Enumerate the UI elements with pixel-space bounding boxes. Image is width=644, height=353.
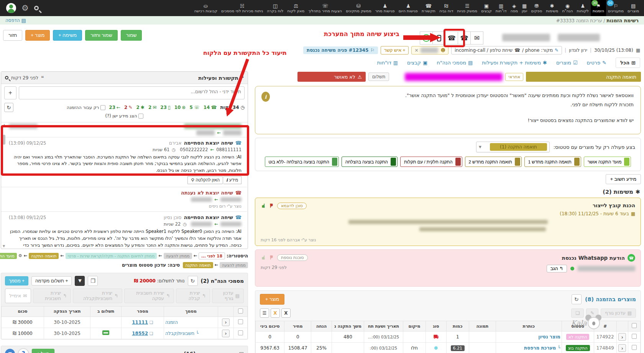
thumbs-up-icon[interactable]: ☚: [260, 255, 267, 260]
expand-row-button[interactable]: ‹: [618, 344, 626, 352]
filter-docs-button[interactable]: ▼: [75, 276, 85, 286]
contact-person-chip[interactable]: ☻ ×: [411, 46, 449, 54]
nav-item[interactable]: ◈מפה: [508, 0, 520, 16]
search-icon[interactable]: [34, 6, 39, 10]
row-checkbox[interactable]: [632, 345, 637, 350]
mobile-call-button[interactable]: [432, 31, 445, 45]
status-action-button[interactable]: התקנה חלקית / עם תקלות: [400, 157, 462, 167]
nav-item[interactable]: ⚐מתעניינים50: [606, 0, 626, 16]
call-info-button[interactable]: i מידע: [223, 176, 242, 184]
history-status-chip[interactable]: תואמה התקנה: [29, 253, 59, 259]
nav-item[interactable]: ▤מוצרים: [626, 0, 641, 16]
nav-item[interactable]: ₪דוח גביה: [437, 0, 455, 16]
nav-item[interactable]: ⚑הזמנות30: [591, 0, 606, 16]
current-status-bar[interactable]: תואמה התקנה: [526, 72, 641, 82]
add-product-row-button[interactable]: מוצר +: [260, 294, 284, 305]
only-order-checkbox[interactable]: רק עבור ההזמנה: [67, 105, 105, 110]
refresh-products-button[interactable]: ↻: [572, 294, 582, 304]
filter-count[interactable]: ✎2: [124, 105, 132, 110]
task-agent-tag[interactable]: סוכן לדוגמא: [277, 203, 307, 209]
nav-item[interactable]: ⛀קבוצות רכישה: [192, 0, 219, 16]
excel-export-dark-button[interactable]: X: [281, 308, 291, 318]
advance-payment-button[interactable]: + תשלום מקדמה: [31, 276, 72, 285]
tab-item[interactable]: ✱משימות + תקשורת ופעילות: [482, 60, 547, 66]
product-title-link[interactable]: └ מערכת מרפסת: [524, 345, 560, 351]
tab-item[interactable]: ☑מוצרים: [556, 60, 578, 66]
user-avatar[interactable]: [6, 3, 16, 13]
expand-docs-button[interactable]: ❒: [88, 276, 98, 286]
list-view-button[interactable]: ☰: [260, 308, 269, 318]
history-status-chip[interactable]: מועד התקנה אושר: [0, 253, 17, 259]
nav-item[interactable]: ◉הנה"ח: [560, 0, 575, 16]
back-button[interactable]: חזור: [3, 30, 22, 41]
listen-recording-button[interactable]: ⚲ האזן להקלטה: [187, 176, 223, 184]
owner-label[interactable]: אחראי: [505, 73, 523, 81]
nav-item[interactable]: ♟לקוחות: [575, 0, 591, 16]
tab-item[interactable]: ▣קבצים: [407, 60, 427, 66]
task-card[interactable]: הכנת קובץ לייצור ☚ ☚ סוכן לדוגמא ▦ בעוד …: [255, 198, 641, 246]
whatsapp-agent-tag[interactable]: סוכנת נוספת: [277, 254, 308, 261]
comm-entry[interactable]: ☎שיחה יוצאת הסתיימהסוכן נסיון(13:08) 09/…: [1, 211, 247, 249]
tab-item[interactable]: ▥דו"חות: [377, 60, 398, 66]
history-status-chip[interactable]: תואמה התקנה: [183, 262, 213, 268]
settings-gear-icon[interactable]: ⚙: [21, 3, 29, 13]
thumbs-down-icon[interactable]: ☚: [268, 255, 275, 260]
nav-item[interactable]: ✱משימות: [544, 0, 560, 16]
nav-item[interactable]: ☎תקשורת: [420, 0, 437, 16]
status-filter-select[interactable]: תואמה התקנה (1) ▼: [476, 142, 550, 152]
row-checkbox[interactable]: [238, 330, 243, 335]
nav-item[interactable]: ◫לוח בקרה: [265, 0, 285, 16]
history-status-chip[interactable]: ממתין להצעה: [220, 262, 248, 268]
status-action-button[interactable]: התקנה בוצעה בהצלחה -ללא בוט: [265, 157, 339, 167]
tab-all-active[interactable]: ⊞הכל: [616, 58, 640, 68]
linked-files-bar[interactable]: ▣ קבצים מקושרים (16) ▼ ? + העל: [1, 346, 248, 353]
breadcrumb-section[interactable]: רשימת הזמנות: [606, 18, 639, 23]
nav-item[interactable]: ☵ניתוח מכירות לפי מסמכים: [219, 0, 265, 16]
comm-entry[interactable]: ☎שיחה יוצאת הסתיימהאבירם(13:09) 09/12/25…: [1, 137, 247, 187]
collapse-chevron-icon[interactable]: ▼: [5, 349, 15, 353]
save-return-button[interactable]: שמור וחזור: [85, 30, 118, 41]
reply-button[interactable]: ↰ הגב: [547, 265, 567, 272]
nav-item[interactable]: ⛁ממשק מתקינים: [344, 0, 373, 16]
order-source[interactable]: ✎ מקור: phone / ☎ שיחת טלפון / incoming-…: [451, 46, 562, 54]
expand-row-button[interactable]: ‹: [222, 330, 230, 337]
nav-item[interactable]: ▣קבצים: [479, 0, 494, 16]
expand-row-button[interactable]: ‹: [222, 318, 230, 326]
status-action-button[interactable]: התקנה בוצעה בהצלחה: [342, 157, 398, 167]
history-status-chip[interactable]: ממתין לתיאום התקנה - תקלה/קראת שירות - פ…: [66, 253, 157, 259]
filter-count[interactable]: ☎14: [204, 105, 217, 110]
products-heading[interactable]: מוצרים בהזמנה (8): [585, 296, 636, 302]
row-checkbox[interactable]: [632, 334, 637, 339]
doc-number-link[interactable]: 18552: [132, 331, 148, 336]
refresh-communications-button[interactable]: ↻: [4, 103, 13, 112]
whatsapp-message-card[interactable]: ☎ הודעת Whatsapp נכנסת ☚ ☚ סוכנת נוספת ↰…: [255, 249, 641, 287]
nav-item[interactable]: ♟פגישות היום: [397, 0, 420, 16]
doc-type-link[interactable]: הזמנה: [165, 320, 178, 325]
tab-item[interactable]: ▤מסמכי הנה"ח: [437, 60, 473, 66]
whatsapp-button[interactable]: ☎: [420, 31, 433, 45]
filter-count[interactable]: ▯23: [160, 105, 170, 110]
comm-entry-partial[interactable]: ←: [1, 122, 247, 137]
comm-entry[interactable]: ☎שיחה יוצאת לא נענתה←נוצר ע"י רום ניסים: [1, 187, 247, 211]
add-important-info-button[interactable]: מידע חשוב +: [606, 174, 641, 184]
refresh-docs-button[interactable]: ↻: [188, 276, 198, 286]
product-title-link[interactable]: מוצר נסיון: [538, 334, 560, 340]
add-note-button[interactable]: +: [4, 86, 16, 99]
excel-export-button[interactable]: X: [271, 308, 280, 318]
status-action-button[interactable]: מועד התקנה אושר: [584, 157, 631, 167]
upload-file-button[interactable]: + העל: [32, 349, 54, 353]
select-all-checkbox[interactable]: [632, 323, 637, 328]
save-button[interactable]: שמור: [121, 30, 142, 41]
nav-item[interactable]: ☏הצעות מחיר בתהליך: [306, 0, 344, 16]
thumbs-up-icon[interactable]: ☚: [260, 203, 267, 208]
add-product-button[interactable]: + מוצר: [25, 30, 50, 41]
nav-item[interactable]: ☰ממשק פניות: [455, 0, 479, 16]
inquiry-badge[interactable]: ⚐ #12345 פניה משיחה נכנסת: [303, 46, 378, 54]
filter-count[interactable]: ←23: [109, 105, 120, 110]
nav-item[interactable]: ⛃ספקים: [529, 0, 544, 16]
nav-item[interactable]: ▥דו"חות: [494, 0, 509, 16]
filter-count[interactable]: ☏5: [189, 105, 199, 110]
phone-call-button-2[interactable]: ☎: [458, 31, 471, 45]
history-status-chip[interactable]: 18 לפני ...: [199, 252, 225, 259]
remove-contact-icon[interactable]: ×: [414, 48, 418, 53]
